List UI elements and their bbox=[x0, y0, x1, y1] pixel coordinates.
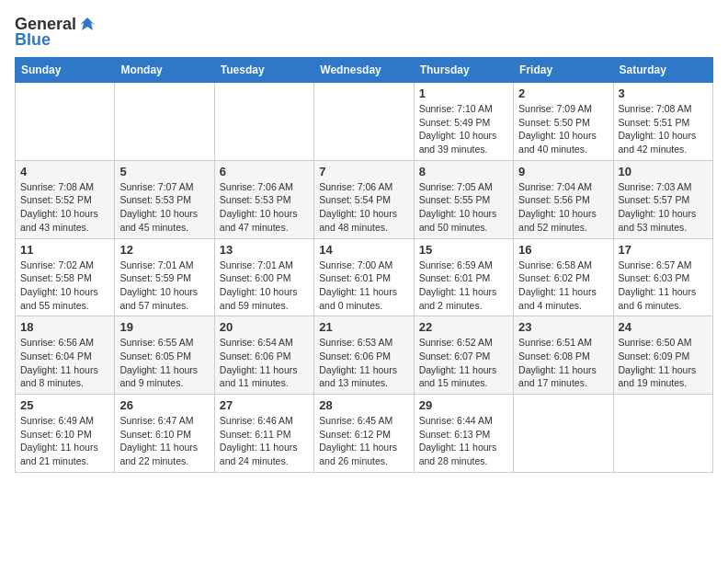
calendar-week-row: 25Sunrise: 6:49 AMSunset: 6:10 PMDayligh… bbox=[16, 395, 713, 473]
calendar-cell: 5Sunrise: 7:07 AMSunset: 5:53 PMDaylight… bbox=[115, 160, 214, 238]
day-info: Sunrise: 7:06 AMSunset: 5:54 PMDaylight:… bbox=[319, 180, 408, 235]
calendar-cell: 13Sunrise: 7:01 AMSunset: 6:00 PMDayligh… bbox=[214, 238, 313, 316]
day-number: 23 bbox=[518, 320, 608, 334]
day-number: 24 bbox=[619, 320, 708, 334]
calendar-cell: 25Sunrise: 6:49 AMSunset: 6:10 PMDayligh… bbox=[16, 395, 115, 473]
day-number: 15 bbox=[419, 243, 508, 257]
day-number: 20 bbox=[220, 320, 309, 334]
day-info: Sunrise: 7:08 AMSunset: 5:51 PMDaylight:… bbox=[619, 102, 708, 156]
header-monday: Monday bbox=[115, 58, 214, 83]
calendar-cell: 26Sunrise: 6:47 AMSunset: 6:10 PMDayligh… bbox=[115, 395, 214, 473]
calendar-cell: 14Sunrise: 7:00 AMSunset: 6:01 PMDayligh… bbox=[314, 238, 414, 316]
calendar-cell: 17Sunrise: 6:57 AMSunset: 6:03 PMDayligh… bbox=[613, 238, 712, 316]
calendar-cell: 28Sunrise: 6:45 AMSunset: 6:12 PMDayligh… bbox=[314, 395, 414, 473]
day-number: 16 bbox=[518, 243, 608, 257]
calendar-week-row: 18Sunrise: 6:56 AMSunset: 6:04 PMDayligh… bbox=[16, 316, 713, 395]
calendar-header-row: SundayMondayTuesdayWednesdayThursdayFrid… bbox=[16, 58, 713, 83]
day-info: Sunrise: 7:07 AMSunset: 5:53 PMDaylight:… bbox=[119, 180, 209, 235]
day-number: 17 bbox=[619, 243, 708, 257]
day-info: Sunrise: 6:55 AMSunset: 6:05 PMDaylight:… bbox=[119, 336, 209, 390]
calendar-cell: 29Sunrise: 6:44 AMSunset: 6:13 PMDayligh… bbox=[414, 395, 513, 473]
logo: General Blue bbox=[15, 15, 97, 50]
header-wednesday: Wednesday bbox=[314, 58, 414, 83]
day-info: Sunrise: 7:08 AMSunset: 5:52 PMDaylight:… bbox=[20, 180, 109, 235]
header-saturday: Saturday bbox=[613, 58, 712, 83]
day-info: Sunrise: 7:01 AMSunset: 6:00 PMDaylight:… bbox=[220, 259, 309, 313]
day-number: 21 bbox=[319, 320, 408, 334]
calendar-cell: 4Sunrise: 7:08 AMSunset: 5:52 PMDaylight… bbox=[16, 160, 115, 238]
day-info: Sunrise: 7:00 AMSunset: 6:01 PMDaylight:… bbox=[319, 259, 408, 313]
day-info: Sunrise: 6:58 AMSunset: 6:02 PMDaylight:… bbox=[518, 259, 608, 313]
calendar-cell: 18Sunrise: 6:56 AMSunset: 6:04 PMDayligh… bbox=[16, 316, 115, 395]
calendar-cell: 21Sunrise: 6:53 AMSunset: 6:06 PMDayligh… bbox=[314, 316, 414, 395]
day-info: Sunrise: 6:44 AMSunset: 6:13 PMDaylight:… bbox=[419, 414, 508, 468]
day-number: 19 bbox=[119, 320, 209, 334]
day-info: Sunrise: 6:56 AMSunset: 6:04 PMDaylight:… bbox=[20, 336, 109, 390]
day-info: Sunrise: 6:59 AMSunset: 6:01 PMDaylight:… bbox=[419, 259, 508, 313]
calendar-cell bbox=[314, 83, 414, 161]
day-info: Sunrise: 6:45 AMSunset: 6:12 PMDaylight:… bbox=[319, 414, 408, 468]
day-info: Sunrise: 7:03 AMSunset: 5:57 PMDaylight:… bbox=[619, 180, 708, 235]
calendar-cell bbox=[514, 395, 613, 473]
calendar-cell bbox=[16, 83, 115, 161]
logo-blue-text: Blue bbox=[15, 30, 51, 50]
calendar-cell: 11Sunrise: 7:02 AMSunset: 5:58 PMDayligh… bbox=[16, 238, 115, 316]
day-number: 10 bbox=[619, 165, 708, 178]
calendar-cell: 9Sunrise: 7:04 AMSunset: 5:56 PMDaylight… bbox=[514, 160, 613, 238]
day-info: Sunrise: 6:52 AMSunset: 6:07 PMDaylight:… bbox=[419, 336, 508, 390]
calendar-cell bbox=[613, 395, 712, 473]
calendar-cell: 16Sunrise: 6:58 AMSunset: 6:02 PMDayligh… bbox=[514, 238, 613, 316]
calendar-cell: 27Sunrise: 6:46 AMSunset: 6:11 PMDayligh… bbox=[214, 395, 313, 473]
day-number: 27 bbox=[220, 398, 309, 412]
calendar-cell: 22Sunrise: 6:52 AMSunset: 6:07 PMDayligh… bbox=[414, 316, 513, 395]
calendar-cell: 12Sunrise: 7:01 AMSunset: 5:59 PMDayligh… bbox=[115, 238, 214, 316]
header-thursday: Thursday bbox=[414, 58, 513, 83]
calendar-cell: 1Sunrise: 7:10 AMSunset: 5:49 PMDaylight… bbox=[414, 83, 513, 161]
day-info: Sunrise: 7:02 AMSunset: 5:58 PMDaylight:… bbox=[20, 259, 109, 313]
day-number: 22 bbox=[419, 320, 508, 334]
day-number: 3 bbox=[619, 86, 708, 100]
day-info: Sunrise: 6:47 AMSunset: 6:10 PMDaylight:… bbox=[119, 414, 209, 468]
svg-marker-0 bbox=[80, 17, 95, 30]
day-info: Sunrise: 7:10 AMSunset: 5:49 PMDaylight:… bbox=[419, 102, 508, 156]
day-number: 25 bbox=[20, 398, 109, 412]
calendar-cell: 20Sunrise: 6:54 AMSunset: 6:06 PMDayligh… bbox=[214, 316, 313, 395]
day-number: 7 bbox=[319, 165, 408, 178]
day-info: Sunrise: 7:01 AMSunset: 5:59 PMDaylight:… bbox=[119, 259, 209, 313]
day-number: 13 bbox=[220, 243, 309, 257]
day-info: Sunrise: 6:49 AMSunset: 6:10 PMDaylight:… bbox=[20, 414, 109, 468]
calendar-cell: 3Sunrise: 7:08 AMSunset: 5:51 PMDaylight… bbox=[613, 83, 712, 161]
day-number: 9 bbox=[518, 165, 608, 178]
calendar-cell: 19Sunrise: 6:55 AMSunset: 6:05 PMDayligh… bbox=[115, 316, 214, 395]
day-number: 14 bbox=[319, 243, 408, 257]
day-info: Sunrise: 7:04 AMSunset: 5:56 PMDaylight:… bbox=[518, 180, 608, 235]
calendar-cell: 24Sunrise: 6:50 AMSunset: 6:09 PMDayligh… bbox=[613, 316, 712, 395]
header-tuesday: Tuesday bbox=[214, 58, 313, 83]
calendar-cell: 6Sunrise: 7:06 AMSunset: 5:53 PMDaylight… bbox=[214, 160, 313, 238]
calendar-week-row: 11Sunrise: 7:02 AMSunset: 5:58 PMDayligh… bbox=[16, 238, 713, 316]
calendar-week-row: 1Sunrise: 7:10 AMSunset: 5:49 PMDaylight… bbox=[16, 83, 713, 161]
day-number: 28 bbox=[319, 398, 408, 412]
day-number: 11 bbox=[20, 243, 109, 257]
day-number: 29 bbox=[419, 398, 508, 412]
calendar-cell: 15Sunrise: 6:59 AMSunset: 6:01 PMDayligh… bbox=[414, 238, 513, 316]
header-sunday: Sunday bbox=[16, 58, 115, 83]
calendar-cell: 2Sunrise: 7:09 AMSunset: 5:50 PMDaylight… bbox=[514, 83, 613, 161]
day-info: Sunrise: 6:51 AMSunset: 6:08 PMDaylight:… bbox=[518, 336, 608, 390]
day-info: Sunrise: 6:50 AMSunset: 6:09 PMDaylight:… bbox=[619, 336, 708, 390]
calendar-cell: 7Sunrise: 7:06 AMSunset: 5:54 PMDaylight… bbox=[314, 160, 414, 238]
logo-bird-icon bbox=[78, 16, 97, 34]
day-number: 2 bbox=[518, 86, 608, 100]
calendar-cell bbox=[214, 83, 313, 161]
day-number: 12 bbox=[119, 243, 209, 257]
day-number: 5 bbox=[119, 165, 209, 178]
calendar-cell: 8Sunrise: 7:05 AMSunset: 5:55 PMDaylight… bbox=[414, 160, 513, 238]
day-number: 26 bbox=[119, 398, 209, 412]
day-info: Sunrise: 6:57 AMSunset: 6:03 PMDaylight:… bbox=[619, 259, 708, 313]
day-info: Sunrise: 7:06 AMSunset: 5:53 PMDaylight:… bbox=[220, 180, 309, 235]
header: General Blue bbox=[15, 15, 713, 50]
day-number: 1 bbox=[419, 86, 508, 100]
calendar-cell bbox=[115, 83, 214, 161]
calendar-week-row: 4Sunrise: 7:08 AMSunset: 5:52 PMDaylight… bbox=[16, 160, 713, 238]
day-number: 6 bbox=[220, 165, 309, 178]
